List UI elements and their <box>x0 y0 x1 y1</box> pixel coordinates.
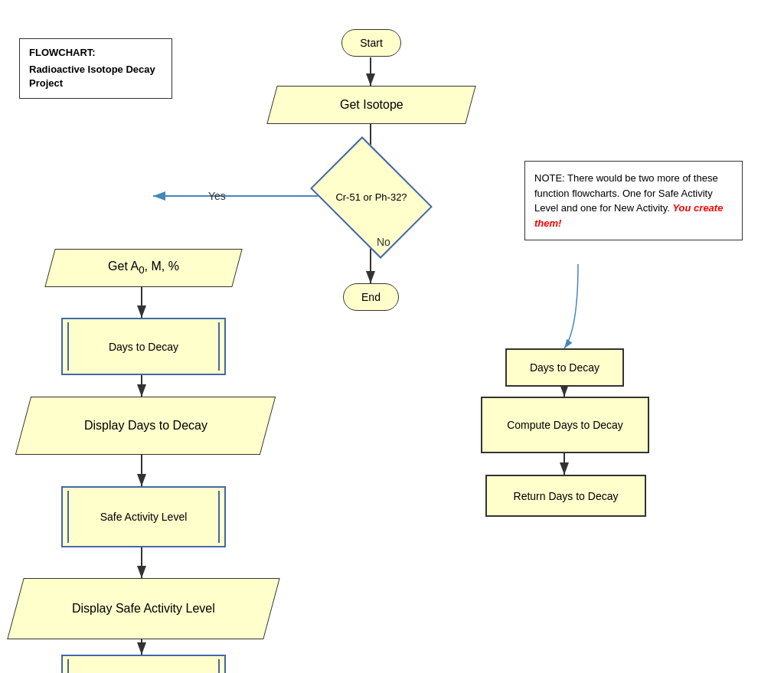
get-isotope-label: Get Isotope <box>340 98 403 112</box>
end-label: End <box>361 291 381 303</box>
bottom-subprocess <box>61 655 226 673</box>
compute-days-label: Compute Days to Decay <box>507 419 623 431</box>
safe-activity-sub-label: Safe Activity Level <box>100 511 188 523</box>
safe-activity-subprocess: Safe Activity Level <box>61 486 226 547</box>
display-safe-shape: Display Safe Activity Level <box>15 578 272 639</box>
display-days-shape: Display Days to Decay <box>23 397 268 455</box>
decision-label: Cr-51 or Ph-32? <box>335 191 407 204</box>
days-fn-label: Days to Decay <box>530 361 599 374</box>
days-to-decay-sub-label: Days to Decay <box>109 341 178 353</box>
compute-days-shape: Compute Days to Decay <box>481 397 649 453</box>
end-shape: End <box>343 283 399 311</box>
no-label: No <box>377 236 390 248</box>
start-label: Start <box>360 37 383 49</box>
get-ao-shape: Get A0, M, % <box>50 249 237 287</box>
return-days-label: Return Days to Decay <box>514 490 619 502</box>
days-to-decay-subprocess: Days to Decay <box>61 318 226 375</box>
display-safe-label: Display Safe Activity Level <box>72 602 215 616</box>
note-box: NOTE: There would be two more of these f… <box>524 161 743 240</box>
display-days-label: Display Days to Decay <box>84 419 207 433</box>
yes-label: Yes <box>208 190 226 202</box>
get-isotope-shape: Get Isotope <box>272 86 471 124</box>
get-ao-label: Get A0, M, % <box>108 260 179 276</box>
legend-subtitle: Radioactive Isotope Decay Project <box>29 63 162 90</box>
decision-shape: Cr-51 or Ph-32? <box>322 161 421 234</box>
start-shape: Start <box>341 29 401 57</box>
legend-box: FLOWCHART: Radioactive Isotope Decay Pro… <box>19 38 172 99</box>
legend-title: FLOWCHART: <box>29 47 162 58</box>
return-days-shape: Return Days to Decay <box>485 475 646 517</box>
days-to-decay-fn-title: Days to Decay <box>505 348 624 387</box>
